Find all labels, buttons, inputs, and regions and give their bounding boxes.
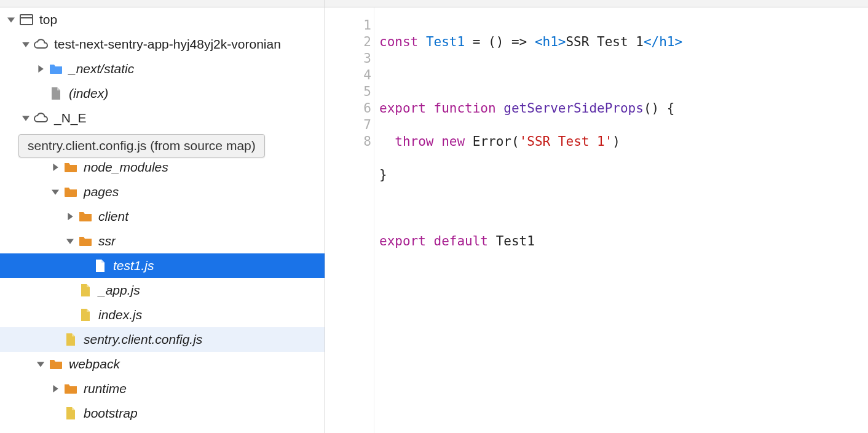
file-tree: top test-next-sentry-app-hyj48yj2k-voron… bbox=[0, 0, 325, 426]
chevron-down-icon[interactable] bbox=[21, 113, 31, 123]
folder-icon bbox=[77, 209, 93, 224]
tree-node-domain[interactable]: test-next-sentry-app-hyj48yj2k-voronian bbox=[0, 32, 325, 57]
node-label: runtime bbox=[84, 381, 127, 396]
node-label: top bbox=[39, 12, 57, 27]
line-number: 6 bbox=[356, 100, 371, 117]
tree-node-top[interactable]: top bbox=[0, 7, 325, 32]
folder-icon bbox=[63, 381, 79, 397]
chevron-right-icon[interactable] bbox=[50, 384, 60, 394]
line-number: 7 bbox=[356, 117, 371, 133]
svg-rect-0 bbox=[20, 15, 33, 25]
chevron-right-icon[interactable] bbox=[50, 162, 60, 172]
tree-node-node-modules[interactable]: node_modules bbox=[0, 155, 325, 180]
tree-node-app-js[interactable]: _app.js bbox=[0, 278, 325, 303]
tree-node-next-static[interactable]: _next/static bbox=[0, 57, 325, 81]
tree-node-runtime[interactable]: runtime bbox=[0, 376, 325, 401]
node-label: bootstrap bbox=[84, 406, 138, 421]
node-label: index.js bbox=[98, 308, 142, 322]
code-content[interactable]: const Test1 = () => <h1>SSR Test 1</h1> … bbox=[374, 0, 682, 433]
hover-tooltip: sentry.client.config.js (from source map… bbox=[18, 134, 265, 157]
window-icon bbox=[18, 12, 34, 28]
chevron-down-icon[interactable] bbox=[65, 236, 75, 246]
line-number: 4 bbox=[356, 67, 371, 84]
tree-node-webpack[interactable]: webpack bbox=[0, 352, 325, 376]
tree-node-test1-js[interactable]: test1.js bbox=[0, 253, 325, 278]
node-label: node_modules bbox=[84, 160, 168, 175]
node-label: ssr bbox=[98, 234, 116, 248]
tree-node-bootstrap[interactable]: bootstrap bbox=[0, 401, 325, 426]
tree-node-index-js[interactable]: index.js bbox=[0, 303, 325, 327]
folder-icon bbox=[63, 159, 79, 175]
line-number: 1 bbox=[356, 17, 371, 34]
tree-node-client[interactable]: client bbox=[0, 204, 325, 229]
node-label: sentry.client.config.js bbox=[84, 332, 202, 347]
tree-node-pages[interactable]: pages bbox=[0, 180, 325, 204]
chevron-right-icon[interactable] bbox=[65, 212, 75, 221]
sourcemap-file-icon bbox=[63, 405, 79, 421]
line-number: 2 bbox=[356, 34, 371, 50]
cloud-icon bbox=[33, 36, 49, 52]
node-label: webpack bbox=[69, 357, 120, 371]
chevron-down-icon[interactable] bbox=[21, 39, 31, 49]
tree-node-n-e[interactable]: _N_E bbox=[0, 106, 325, 130]
line-number-gutter: 1 2 3 4 5 6 7 8 bbox=[356, 0, 374, 433]
chevron-down-icon[interactable] bbox=[50, 187, 60, 197]
sourcemap-file-icon bbox=[77, 307, 93, 323]
cloud-icon bbox=[33, 110, 49, 126]
file-icon bbox=[48, 85, 64, 101]
tree-node-ssr[interactable]: ssr bbox=[0, 229, 325, 253]
sourcemap-file-icon bbox=[77, 282, 93, 298]
sourcemap-file-icon bbox=[63, 332, 79, 348]
node-label: client bbox=[98, 209, 128, 224]
folder-open-icon bbox=[63, 184, 79, 200]
node-label: test-next-sentry-app-hyj48yj2k-voronian bbox=[54, 37, 281, 52]
folder-icon bbox=[48, 61, 64, 77]
editor-tabbar bbox=[325, 0, 868, 7]
chevron-down-icon[interactable] bbox=[6, 15, 16, 25]
folder-open-icon bbox=[48, 356, 64, 372]
line-number: 8 bbox=[356, 133, 371, 150]
chevron-down-icon[interactable] bbox=[36, 359, 45, 369]
node-label: _N_E bbox=[54, 111, 87, 125]
folder-open-icon bbox=[77, 233, 93, 249]
node-label: _next/static bbox=[69, 62, 134, 76]
node-label: test1.js bbox=[113, 258, 154, 273]
file-tree-panel: top test-next-sentry-app-hyj48yj2k-voron… bbox=[0, 0, 325, 433]
line-number: 3 bbox=[356, 50, 371, 67]
tree-node-index-page[interactable]: (index) bbox=[0, 81, 325, 106]
tree-node-sentry-config[interactable]: sentry.client.config.js bbox=[0, 327, 325, 352]
sidebar-tabbar bbox=[0, 0, 325, 7]
tooltip-text: sentry.client.config.js (from source map… bbox=[28, 138, 256, 153]
node-label: (index) bbox=[69, 86, 108, 101]
node-label: pages bbox=[84, 185, 119, 199]
node-label: _app.js bbox=[98, 283, 140, 298]
code-editor-pane: 1 2 3 4 5 6 7 8 const Test1 = () => <h1>… bbox=[325, 0, 868, 433]
chevron-right-icon[interactable] bbox=[36, 64, 45, 74]
file-icon bbox=[92, 258, 108, 274]
line-number: 5 bbox=[356, 84, 371, 100]
